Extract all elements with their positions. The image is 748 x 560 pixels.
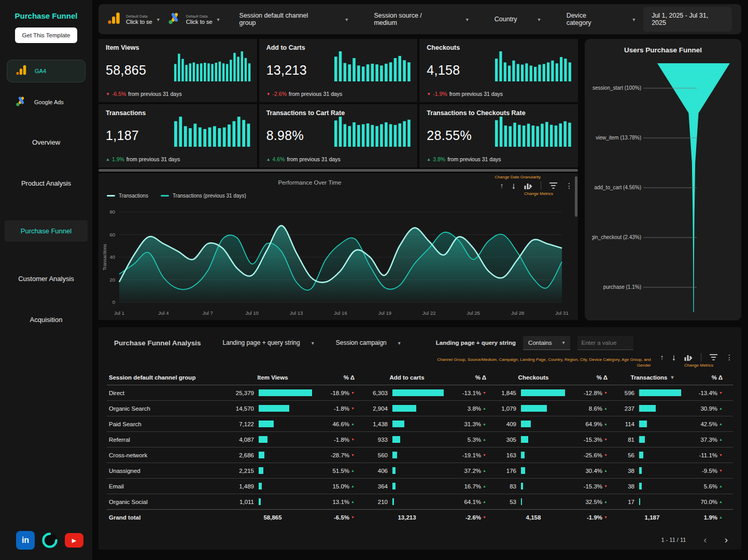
scorecard-delta: ▲ 4.6% from previous 31 days [266, 156, 341, 162]
column-header-delta[interactable]: % Δ [689, 374, 730, 381]
channel-cell: Grand total [107, 514, 225, 521]
sidebar-item-ga4[interactable]: GA4 [7, 60, 86, 82]
chevron-down-icon: ▾ [398, 340, 401, 346]
sidebar: Purchase Funnel Get This Template GA4 Go… [0, 0, 92, 560]
sparkline-chart [334, 117, 412, 147]
filter-icon[interactable] [549, 182, 558, 189]
delta-arrow-icon: ▲ [483, 407, 486, 410]
data-source-selector-ga4[interactable]: Default Data Click to se ▾ [108, 11, 160, 27]
chevron-right-icon[interactable]: › [725, 535, 728, 544]
arrow-up-icon[interactable]: ↑ [660, 354, 664, 361]
value-bar-cell [638, 405, 689, 412]
delta-arrow-icon: ▲ [719, 422, 723, 426]
table-grand-total-row[interactable]: Grand total58,865-6.5% ▼13,213-2.6% ▼4,1… [107, 509, 733, 525]
change-metrics-icon[interactable] [684, 353, 693, 362]
table-header: Session default channel group Item Views… [107, 370, 733, 385]
topbar: Default Data Click to se ▾ Default Data … [98, 4, 741, 34]
delta-arrow-icon: ▲ [719, 438, 723, 441]
delta-arrow-icon: ▼ [351, 438, 355, 441]
table-row[interactable]: Referral4,087-1.8% ▼9335.3% ▲305-15.3% ▼… [107, 432, 733, 447]
svg-text:Jul 10: Jul 10 [246, 310, 259, 316]
delta-cell: -6.5% ▼ [320, 514, 362, 521]
sidebar-nav: Overview Product Analysis Purchase Funne… [0, 138, 92, 324]
campaign-selector[interactable]: Session campaign▾ [336, 339, 401, 346]
delta-cell: 64.9% ▲ [573, 421, 615, 427]
get-template-button[interactable]: Get This Template [15, 27, 78, 43]
value-bar-cell [391, 436, 452, 443]
filter-source-medium[interactable]: Session source / medium▾ [374, 12, 468, 26]
value-bar [392, 498, 394, 505]
chevron-left-icon[interactable]: ‹ [703, 535, 707, 544]
filter-device-category[interactable]: Device category▾ [567, 12, 636, 26]
filter-icon[interactable] [709, 354, 718, 361]
table-row[interactable]: Direct25,379-18.9% ▼6,303-13.1% ▼1,845-1… [107, 385, 733, 401]
filter-country[interactable]: Country▾ [495, 12, 541, 26]
value-bar [521, 452, 525, 458]
kebab-menu-icon[interactable]: ⋮ [566, 182, 573, 189]
delta-cell: -1.9% ▼ [573, 514, 615, 521]
kebab-menu-icon[interactable]: ⋮ [726, 354, 733, 361]
data-source-value: Click to se [126, 19, 152, 25]
pagination-label: 1 - 11 / 11 [661, 537, 686, 543]
sidebar-item-google-ads[interactable]: Google Ads [7, 91, 86, 114]
sparkline-chart [495, 117, 573, 147]
svg-text:Jul 16: Jul 16 [334, 310, 347, 316]
column-header-delta[interactable]: % Δ [573, 374, 615, 381]
value-bar-cell [257, 467, 320, 474]
metric-value: 933 [362, 437, 391, 443]
sidebar-item-acquisition[interactable]: Acquisition [30, 316, 63, 324]
vertical-scrollbar[interactable] [575, 176, 577, 217]
table-row[interactable]: Paid Search7,12246.6% ▲1,43831.3% ▲40964… [107, 416, 733, 432]
date-range-picker[interactable]: Jul 1, 2025 - Jul 31, 2025 [643, 7, 732, 32]
column-header-item-views[interactable]: Item Views [225, 374, 320, 381]
sidebar-item-purchase-funnel[interactable]: Purchase Funnel [5, 220, 88, 242]
delta-arrow-icon: ▲ [719, 407, 723, 410]
delta-cell: 42.5% ▲ [689, 421, 730, 427]
data-source-selector-google-ads[interactable]: Default Data Click to se ▾ [168, 11, 220, 27]
column-header-checkouts[interactable]: Checkouts [493, 374, 573, 381]
sidebar-item-customer-analysis[interactable]: Customer Analysis [18, 275, 74, 283]
metric-value: 406 [362, 468, 391, 474]
table-row[interactable]: Unassigned2,21551.5% ▲40637.2% ▲17630.4%… [107, 463, 733, 479]
brand-logo[interactable] [40, 531, 59, 550]
column-header-channel[interactable]: Session default channel group [107, 374, 225, 381]
pagination: 1 - 11 / 11 ‹ › [661, 535, 728, 544]
value-bar-cell [519, 389, 573, 396]
filter-channel-group[interactable]: Session default channel group▾ [239, 12, 348, 26]
table-row[interactable]: Email1,48915.0% ▲36416.7% ▲83-15.3% ▼385… [107, 479, 733, 494]
legend-item[interactable]: Transactions (previous 31 days) [161, 193, 246, 199]
arrow-down-icon[interactable]: ↓ [672, 353, 676, 362]
channel-cell: Unassigned [107, 468, 225, 474]
column-header-delta[interactable]: % Δ [452, 374, 493, 381]
svg-text:0: 0 [112, 299, 115, 305]
value-bar [392, 421, 404, 427]
value-bar-cell [638, 436, 689, 443]
table-row[interactable]: Organic Search14,570-1.8% ▼2,9043.8% ▲1,… [107, 401, 733, 416]
svg-text:20: 20 [109, 277, 115, 283]
arrow-up-icon[interactable]: ↑ [500, 182, 504, 189]
column-header-add-to-carts[interactable]: Add to carts [362, 374, 452, 381]
delta-cell: 70.0% ▲ [689, 499, 730, 505]
change-metrics-icon[interactable] [524, 181, 533, 190]
filter-value-input[interactable] [577, 336, 633, 350]
legend-item[interactable]: Transactions [107, 193, 148, 199]
table-row[interactable]: Cross-network2,686-28.7% ▼560-19.1% ▼163… [107, 447, 733, 463]
filter-operator-select[interactable]: Contains▾ [523, 336, 570, 350]
value-bar-cell [638, 389, 689, 396]
value-bar-cell [519, 405, 573, 412]
column-header-transactions[interactable]: Transactions▾ [615, 374, 689, 381]
svg-text:Jul 28: Jul 28 [511, 310, 524, 316]
table-row[interactable]: Organic Social1,01113.1% ▲21064.1% ▲5332… [107, 494, 733, 510]
value-bar [521, 498, 522, 505]
horizontal-scrollbar[interactable] [98, 169, 578, 172]
column-header-delta[interactable]: % Δ [320, 374, 362, 381]
sidebar-item-overview[interactable]: Overview [32, 138, 60, 146]
delta-arrow-icon: ▲ [483, 469, 486, 472]
linkedin-icon[interactable]: in [16, 531, 35, 550]
dimension-selector[interactable]: Landing page + query string▾ [223, 339, 314, 346]
sidebar-item-product-analysis[interactable]: Product Analysis [21, 179, 71, 187]
youtube-icon[interactable]: ▶ [65, 533, 83, 548]
value-bar [259, 452, 264, 458]
arrow-down-icon[interactable]: ↓ [512, 181, 516, 190]
delta-cell: -2.6% ▼ [452, 514, 493, 521]
